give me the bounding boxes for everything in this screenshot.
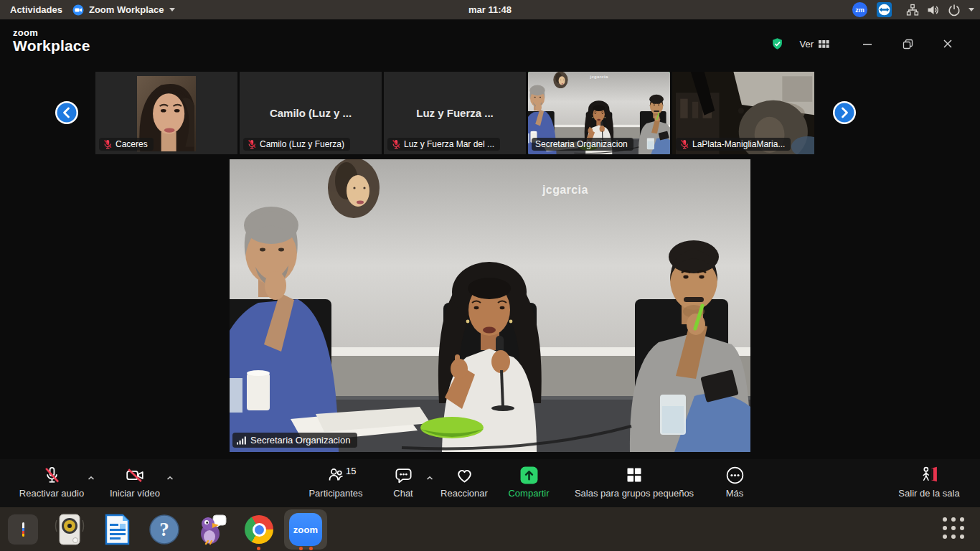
show-applications-button[interactable] [943, 517, 967, 542]
view-grid-icon [819, 39, 829, 49]
participant-name: Secretaria Organizacion [535, 139, 628, 149]
app-indicator-label: Zoom Workplace [89, 4, 164, 15]
chat-button[interactable]: Chat [379, 463, 428, 504]
video-thumbnail-caceres[interactable]: Caceres [95, 72, 237, 154]
start-video-label: Iniciar vídeo [110, 488, 160, 499]
video-thumbnail-luzyfuerza[interactable]: Luz y Fuerza ... Luz y Fuerza Mar del ..… [384, 72, 526, 154]
desktop: Actividades Zoom Workplace mar 11:48 zm [0, 0, 980, 551]
zoom-icon-text: zoom [293, 524, 319, 535]
video-thumbnail-secretaria-active-speaker[interactable]: jcgarcia Secretaria Organizacion [528, 72, 670, 154]
volume-tray-icon[interactable] [927, 4, 940, 17]
muted-mic-icon [391, 139, 401, 149]
participant-display-name: Luz y Fuerza ... [384, 106, 526, 118]
zoom-running-indicator [309, 547, 313, 550]
close-icon [943, 39, 953, 49]
video-watermark: jcgarcia [542, 184, 588, 197]
filmstrip-prev-button[interactable] [55, 100, 79, 125]
chrome-running-indicator [257, 547, 260, 550]
zm-tray-icon[interactable]: zm [852, 1, 868, 18]
dock-chrome[interactable] [242, 513, 275, 546]
participant-name-chip: Caceres [99, 138, 154, 151]
breakout-rooms-icon [625, 466, 644, 484]
share-screen-label: Compartir [508, 488, 549, 499]
muted-mic-icon [247, 139, 257, 149]
dock-libreoffice-writer[interactable] [100, 513, 133, 546]
gnome-top-bar: Actividades Zoom Workplace mar 11:48 zm [0, 0, 980, 19]
app-indicator-zoom[interactable]: Zoom Workplace [72, 4, 175, 16]
audio-level-icon [237, 436, 246, 445]
video-off-icon [125, 466, 145, 485]
participants-label: Participantes [308, 488, 362, 499]
close-button[interactable] [936, 35, 960, 52]
teamviewer-tray-icon[interactable] [876, 1, 892, 18]
speaker-icon [54, 513, 85, 546]
breakout-rooms-button[interactable]: Salas para grupos pequeños [560, 463, 709, 504]
writer-document-icon [101, 514, 133, 545]
unmute-audio-button[interactable]: Reactivar audio [7, 463, 96, 504]
participant-name: Luz y Fuerza Mar del ... [404, 139, 494, 149]
more-label: Más [726, 488, 744, 499]
participant-name-chip: Luz y Fuerza Mar del ... [387, 138, 500, 151]
restore-button[interactable] [895, 35, 920, 52]
muted-mic-icon [679, 139, 689, 149]
filmstrip-next-button[interactable] [832, 100, 857, 125]
muted-mic-icon [103, 139, 113, 149]
participant-filmstrip: Caceres Camilo (Luz y ... Camilo (Luz y … [95, 72, 814, 154]
participant-name: LaPlata-ManigliaMaria... [692, 139, 785, 149]
participants-count: 15 [346, 466, 356, 476]
participant-display-name: Camilo (Luz y ... [240, 106, 382, 118]
meeting-toolbar: Reactivar audio Iniciar vídeo [0, 459, 980, 507]
chevron-down-icon [169, 8, 175, 11]
activities-button[interactable]: Actividades [10, 4, 62, 15]
video-watermark: jcgarcia [528, 75, 670, 79]
leave-meeting-label: Salir de la sala [898, 488, 959, 499]
zoom-meeting-window: zoom Workplace Ver [0, 19, 980, 507]
minimize-button[interactable] [855, 35, 880, 52]
video-thumbnail-camilo[interactable]: Camilo (Luz y ... Camilo (Luz y Fuerza) [240, 72, 382, 154]
security-shield-icon[interactable] [771, 37, 783, 50]
dock-pidgin[interactable] [195, 513, 228, 546]
participant-name-chip: Secretaria Organizacion [532, 138, 633, 151]
svg-text:zm: zm [855, 6, 864, 14]
logo-line2: Workplace [13, 38, 90, 54]
help-icon: ? [149, 514, 180, 545]
main-speaker-video[interactable]: jcgarcia Secretaria Organizacion [230, 159, 750, 452]
chat-icon [394, 466, 413, 485]
start-video-button[interactable]: Iniciar vídeo [99, 463, 171, 504]
participants-button[interactable]: 15 Participantes [293, 463, 379, 504]
zoom-workplace-logo: zoom Workplace [13, 28, 90, 54]
react-button[interactable]: Reaccionar [429, 463, 499, 504]
dock-zoom-active[interactable]: zoom [284, 509, 327, 550]
participant-name-chip: LaPlata-ManigliaMaria... [676, 138, 791, 151]
zoom-running-indicator [299, 547, 303, 550]
heart-icon [455, 466, 474, 485]
video-thumbnail-laplata[interactable]: LaPlata-ManigliaMaria... [672, 72, 814, 154]
dock-app-i[interactable] [6, 513, 39, 546]
conference-scene [230, 159, 750, 452]
power-tray-icon[interactable] [948, 4, 961, 17]
audio-options-chevron[interactable] [88, 472, 95, 483]
dock-audio-player[interactable] [53, 513, 86, 546]
more-ellipsis-icon [725, 466, 745, 485]
restore-icon [903, 39, 913, 50]
participant-name: Caceres [116, 139, 148, 149]
chevron-right-icon [832, 100, 857, 125]
react-label: Reaccionar [440, 488, 488, 499]
unmute-audio-label: Reactivar audio [19, 488, 84, 499]
video-options-chevron[interactable] [166, 472, 174, 483]
activities-label: Actividades [10, 4, 62, 15]
network-tray-icon[interactable] [906, 4, 919, 17]
more-button[interactable]: Más [713, 463, 756, 504]
chevron-left-icon [55, 100, 79, 125]
participants-icon [326, 466, 345, 484]
leave-meeting-button[interactable]: Salir de la sala [886, 463, 972, 504]
speaker-name: Secretaria Organizacion [250, 435, 350, 446]
muted-mic-icon [42, 466, 62, 485]
dock-help[interactable]: ? [148, 513, 181, 546]
view-button[interactable]: Ver [799, 39, 829, 50]
chevron-down-icon[interactable] [969, 8, 974, 11]
speaker-name-chip: Secretaria Organizacion [232, 433, 357, 448]
chrome-icon [245, 515, 273, 544]
participant-name: Camilo (Luz y Fuerza) [260, 139, 344, 149]
share-screen-button[interactable]: Compartir [502, 463, 555, 504]
